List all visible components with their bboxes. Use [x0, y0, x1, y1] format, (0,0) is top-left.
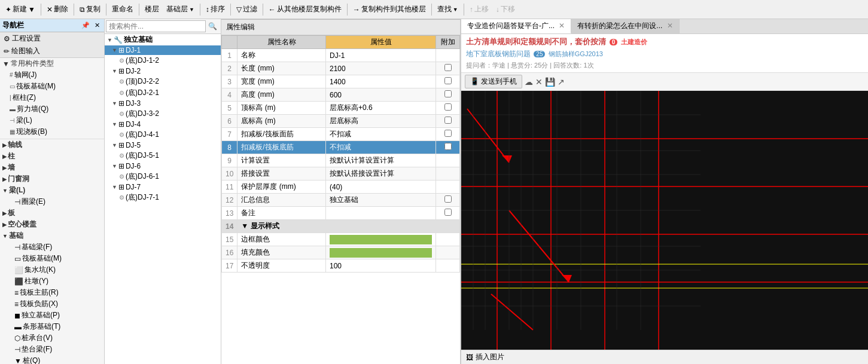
table-row[interactable]: 16 填充颜色 [222, 246, 460, 259]
send-to-phone-btn[interactable]: 📱 发送到手机 [465, 75, 522, 88]
section-column[interactable]: ▶柱 [0, 151, 104, 162]
section-hollow-slab[interactable]: ▶空心楼盖 [0, 219, 104, 230]
base-floor-dropdown[interactable]: ▼ [189, 7, 194, 13]
section-slab-group[interactable]: ▶板 [0, 207, 104, 219]
prop-checkbox[interactable] [444, 90, 452, 97]
sidebar-item-shear-wall[interactable]: ▬ 剪力墙(Q) [0, 103, 104, 115]
find-dropdown[interactable]: ▼ [453, 7, 458, 13]
copy-to-button[interactable]: → 复制构件到其他楼层 [350, 3, 429, 16]
sidebar-item-slab[interactable]: ▦ 现浇板(B) [0, 126, 104, 137]
sidebar-item-raft-main[interactable]: ≡ 筏板主筋(R) [0, 287, 104, 298]
table-row[interactable]: 10 搭接设置 按默认搭接设置计算 [222, 167, 460, 181]
sidebar-close-button[interactable]: ✕ [93, 21, 102, 30]
section-beam-group[interactable]: ▼梁(L) [0, 185, 104, 196]
tab-beam-question[interactable]: 有转折的梁怎么在中间设... ✕ [571, 19, 679, 33]
sidebar-item-isolated-found[interactable]: ◼ 独立基础(P) [0, 310, 104, 321]
filter-button[interactable]: ▽ 过滤 [233, 3, 260, 16]
prop-checkbox-cell[interactable] [436, 102, 460, 115]
comp-node-dj4[interactable]: ▼ ⊞ DJ-4 [105, 120, 221, 129]
properties-tab[interactable]: 属性编辑 [221, 19, 460, 35]
sidebar-item-column-base[interactable]: ⬛ 柱墩(Y) [0, 276, 104, 287]
table-row[interactable]: 2 长度 (mm) 2100 [222, 62, 460, 75]
section-door-window[interactable]: ▶门窗洞 [0, 173, 104, 185]
comp-node-dj1[interactable]: ▼ ⊞ DJ-1 [105, 45, 221, 55]
comp-node-dj2[interactable]: ▼ ⊞ DJ-2 [105, 66, 221, 76]
prop-checkbox[interactable] [444, 209, 452, 216]
table-row[interactable]: 14 ▼ 显示样式 [222, 220, 460, 233]
sidebar-item-raft[interactable]: ▭ 筏板基础(M) [0, 81, 104, 92]
prop-value[interactable]: 不扣减 [326, 128, 436, 141]
prop-checkbox-cell[interactable] [436, 128, 460, 141]
qa-title-link[interactable]: 土方清单规则和定额规则不同，套价按清 0 土建造价 [466, 36, 863, 47]
sidebar-item-pile-cap[interactable]: ⬡ 桩承台(V) [0, 332, 104, 344]
prop-checkbox-cell[interactable] [436, 75, 460, 88]
sidebar-item-ring-beam[interactable]: ⊣ 圈梁(E) [0, 196, 104, 207]
comp-node-dj5-1[interactable]: ⚙ (底)DJ-5-1 [105, 150, 221, 161]
comp-node-dj3-2[interactable]: ⚙ (底)DJ-3-2 [105, 108, 221, 120]
table-row[interactable]: 3 宽度 (mm) 1400 [222, 75, 460, 88]
cloud-icon[interactable]: ☁ [525, 77, 533, 87]
floor-button[interactable]: 楼层 [142, 3, 162, 16]
comp-node-dj1-2[interactable]: ⚙ (底)DJ-1-2 [105, 55, 221, 66]
comp-node-dj4-1[interactable]: ⚙ (底)DJ-4-1 [105, 129, 221, 140]
share-icon[interactable]: ↗ [558, 77, 565, 87]
prop-checkbox[interactable] [444, 143, 452, 150]
qa-subtitle-link[interactable]: 地下室底板钢筋问题 25 钢筋抽样GGJ2013 [466, 49, 863, 59]
sidebar-item-foundation-beam[interactable]: ⊣ 基础梁(F) [0, 241, 104, 253]
table-row[interactable]: 4 高度 (mm) 600 [222, 88, 460, 102]
sidebar-item-raft-neg[interactable]: ≡ 筏板负筋(X) [0, 298, 104, 310]
comp-node-dj7-1[interactable]: ⚙ (底)DJ-7-1 [105, 192, 221, 203]
find-button[interactable]: 查找 ▼ [434, 3, 461, 16]
prop-value-swatch[interactable] [326, 246, 436, 259]
table-row[interactable]: 11 保护层厚度 (mm) (40) [222, 181, 460, 194]
tab-qa-platform[interactable]: 专业造价问题答疑平台-广... ✕ [461, 19, 571, 33]
tab-beam-close[interactable]: ✕ [667, 22, 673, 30]
comp-node-dj3[interactable]: ▼ ⊞ DJ-3 [105, 99, 221, 108]
search-button[interactable]: 🔍 [206, 21, 220, 32]
table-row[interactable]: 15 边框颜色 [222, 233, 460, 246]
comp-node-dj2-1[interactable]: ⚙ (底)DJ-2-1 [105, 87, 221, 99]
new-dropdown-icon[interactable]: ▼ [28, 5, 35, 14]
sidebar-item-column[interactable]: | 框柱(Z) [0, 92, 104, 103]
comp-node-dj5[interactable]: ▼ ⊞ DJ-5 [105, 140, 221, 150]
prop-value[interactable]: 按默认搭接设置计算 [326, 167, 436, 181]
prop-checkbox-cell[interactable] [436, 62, 460, 75]
prop-value[interactable]: 2100 [326, 62, 436, 75]
tab-qa-close[interactable]: ✕ [559, 22, 565, 30]
prop-checkbox-cell[interactable] [436, 141, 460, 154]
sidebar-item-sump[interactable]: ⬜ 集水坑(K) [0, 264, 104, 276]
prop-checkbox-cell[interactable] [436, 88, 460, 102]
prop-value[interactable]: 层底标高+0.6 [326, 102, 436, 115]
prop-value[interactable]: 不扣减 [326, 141, 436, 154]
rename-button[interactable]: 重命名 [109, 3, 136, 16]
prop-value[interactable]: 600 [326, 88, 436, 102]
comp-root-node[interactable]: ▼ 🔧 独立基础 [105, 34, 221, 45]
down-button[interactable]: ↓ 下移 [493, 3, 518, 16]
sort-button[interactable]: ↕ 排序 [203, 3, 228, 16]
up-button[interactable]: ↑ 上移 [467, 3, 492, 16]
prop-value[interactable] [326, 207, 436, 220]
table-row[interactable]: 5 顶标高 (m) 层底标高+0.6 [222, 102, 460, 115]
sidebar-item-strip-found[interactable]: ▬ 条形基础(T) [0, 321, 104, 332]
prop-value[interactable]: DJ-1 [326, 49, 436, 62]
prop-checkbox[interactable] [444, 103, 452, 111]
table-row[interactable]: 6 底标高 (m) 层底标高 [222, 115, 460, 128]
section-axis[interactable]: ▶轴线 [0, 139, 104, 151]
sidebar-item-beam[interactable]: ⊣ 梁(L) [0, 115, 104, 126]
comp-node-dj2-2[interactable]: ⚙ (顶)DJ-2-2 [105, 76, 221, 87]
close-icon[interactable]: ✕ [535, 77, 543, 87]
comp-node-dj6[interactable]: ▼ ⊞ DJ-6 [105, 161, 221, 171]
prop-value[interactable]: 100 [326, 259, 436, 273]
table-row[interactable]: 9 计算设置 按默认计算设置计算 [222, 154, 460, 167]
prop-checkbox-cell[interactable] [436, 115, 460, 128]
prop-checkbox-cell[interactable] [436, 194, 460, 207]
prop-value-swatch[interactable] [326, 233, 436, 246]
table-row[interactable]: 8 扣减板/筏板底筋 不扣减 [222, 141, 460, 154]
drawing-input-item[interactable]: ✏ 绘图输入 [0, 45, 104, 57]
section-foundation[interactable]: ▼基础 [0, 230, 104, 241]
prop-checkbox-cell[interactable] [436, 207, 460, 220]
table-row[interactable]: 1 名称 DJ-1 [222, 49, 460, 62]
sidebar-item-raft-found[interactable]: ▭ 筏板基础(M) [0, 253, 104, 264]
prop-checkbox[interactable] [444, 117, 452, 124]
prop-checkbox[interactable] [444, 195, 452, 203]
